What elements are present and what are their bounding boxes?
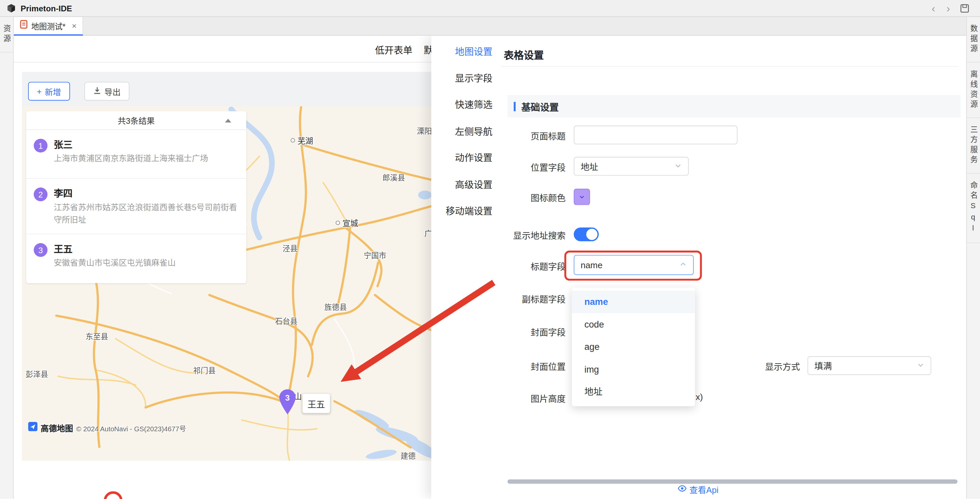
nav-item-display-fields[interactable]: 显示字段	[431, 65, 501, 92]
nav-forward-icon[interactable]: ›	[941, 0, 956, 16]
chevron-up-icon	[679, 260, 687, 270]
dropdown-option-img[interactable]: img	[572, 358, 695, 381]
map-label: 东至县	[86, 331, 108, 341]
rail-thirdparty-label: 三方服务	[968, 126, 978, 166]
settings-nav: 地图设置 显示字段 快速筛选 左侧导航 动作设置 高级设置 移动端设置	[431, 36, 501, 499]
rail-resources-label: 资源	[2, 24, 12, 44]
section-title: 基础设置	[521, 100, 559, 113]
tab-doc-icon	[20, 20, 27, 31]
map-label: 建德	[401, 450, 415, 461]
section-accent-bar	[514, 102, 516, 111]
nav-item-advanced-settings[interactable]: 高级设置	[431, 172, 501, 198]
location-field-select[interactable]: 地址	[574, 157, 689, 175]
address-search-label: 显示地址搜索	[501, 229, 566, 241]
title-field-dropdown: name code age img 地址	[572, 288, 695, 406]
title-field-value: name	[581, 260, 603, 270]
dropdown-option-code[interactable]: code	[572, 313, 695, 335]
rail-item-third-party[interactable]: 三方服务	[967, 118, 980, 174]
title-field-select[interactable]: name	[574, 255, 694, 275]
image-height-suffix: x)	[695, 392, 703, 402]
map-label: 石台县	[275, 315, 297, 326]
title-field-label: 标题字段	[501, 260, 566, 272]
map-label: 泾县	[283, 243, 298, 253]
amap-logo-icon	[28, 422, 37, 434]
menu-item-lowcode-form[interactable]: 低开表单	[375, 43, 412, 56]
add-button-label: 新增	[45, 86, 61, 97]
nav-item-quick-filter[interactable]: 快速筛选	[431, 92, 501, 118]
page-title: 表格设置	[504, 47, 544, 62]
rail-item-datasource[interactable]: 数据源	[967, 17, 980, 63]
page-title-input[interactable]	[574, 126, 738, 145]
dropdown-option-name[interactable]: name	[572, 291, 695, 313]
settings-drawer: 地图设置 显示字段 快速筛选 左侧导航 动作设置 高级设置 移动端设置 表格设置…	[431, 36, 966, 499]
map-marker-pin[interactable]: 3	[278, 389, 297, 417]
save-icon[interactable]	[956, 3, 974, 13]
item-address: 安徽省黄山市屯溪区屯光镇麻雀山	[54, 257, 239, 269]
icon-color-label: 图标颜色	[501, 191, 566, 203]
results-count-label: 共3条结果	[118, 114, 155, 126]
tab-label: 地图测试*	[31, 20, 66, 32]
rail-offline-label: 离线资源	[968, 70, 978, 110]
app-window: Primeton-IDE ‹ › 地图测试* × 资源 数据源 离线资源 三方服…	[0, 0, 980, 499]
chevron-down-icon	[917, 361, 924, 370]
list-item[interactable]: 2 李四 江苏省苏州市姑苏区沧浪街道西善长巷5号司前街看守所旧址	[26, 179, 247, 235]
item-name: 王五	[54, 242, 239, 257]
icon-color-picker[interactable]	[574, 189, 590, 205]
item-index-badge: 3	[34, 243, 48, 257]
collapse-icon[interactable]	[225, 119, 231, 122]
divider	[501, 67, 959, 67]
map-label: 旌德县	[324, 301, 347, 312]
amap-logo-text: 高德地图	[41, 422, 73, 434]
image-height-label: 图片高度	[501, 392, 566, 404]
rail-item-offline-resources[interactable]: 离线资源	[967, 62, 980, 118]
view-api-link[interactable]: 查看Api	[678, 483, 719, 495]
results-header[interactable]: 共3条结果	[26, 111, 247, 130]
nav-item-mobile-settings[interactable]: 移动端设置	[431, 198, 501, 225]
display-mode-value: 填满	[814, 359, 832, 372]
eye-icon	[678, 484, 687, 495]
item-index-badge: 1	[34, 139, 48, 153]
tab-strip: 地图测试* ×	[14, 17, 966, 36]
item-index-badge: 2	[34, 188, 48, 201]
nav-item-action-settings[interactable]: 动作设置	[431, 145, 501, 172]
rail-item-resources[interactable]: 资源	[0, 17, 13, 53]
map-label: 郎溪县	[383, 172, 405, 183]
tab-map-test[interactable]: 地图测试* ×	[14, 17, 83, 36]
tab-close-icon[interactable]: ×	[72, 21, 76, 30]
download-icon	[93, 86, 101, 96]
horizontal-scrollbar[interactable]	[508, 479, 957, 484]
add-button[interactable]: + 新增	[28, 82, 70, 100]
dropdown-option-age[interactable]: age	[572, 335, 695, 358]
app-logo-icon	[6, 3, 16, 13]
subtitle-field-label: 副标题字段	[501, 292, 566, 305]
page-title-field-label: 页面标题	[501, 129, 566, 142]
location-field-value: 地址	[581, 160, 598, 172]
display-mode-label: 显示方式	[735, 360, 800, 372]
display-mode-select[interactable]: 填满	[808, 356, 931, 375]
city-dot	[336, 221, 340, 225]
left-rail: 资源	[0, 17, 14, 499]
rail-item-named-sql[interactable]: 命名Sql	[967, 174, 980, 243]
export-button[interactable]: 导出	[84, 82, 129, 100]
map-label: 宁国市	[364, 249, 386, 260]
map-marker-label[interactable]: 王五	[302, 394, 330, 413]
map-label: 彭泽县	[26, 368, 48, 379]
address-search-toggle[interactable]	[574, 227, 599, 241]
list-item[interactable]: 3 王五 安徽省黄山市屯溪区屯光镇麻雀山	[26, 235, 247, 283]
item-name: 张三	[54, 137, 239, 153]
settings-content: 表格设置 基础设置 页面标题 位置字段 地址 图标颜色	[501, 36, 966, 499]
export-button-label: 导出	[104, 86, 121, 97]
rail-datasource-label: 数据源	[968, 24, 978, 54]
map-preview-panel: + 新增 导出	[22, 72, 436, 460]
map-label: 宣城	[342, 217, 358, 229]
app-title: Primeton-IDE	[21, 3, 72, 13]
nav-item-map-settings[interactable]: 地图设置	[431, 39, 501, 65]
item-address: 上海市黄浦区南京东路街道上海来福士广场	[54, 153, 239, 165]
nav-item-left-nav[interactable]: 左侧导航	[431, 118, 501, 145]
map-label: 芜湖	[298, 134, 313, 146]
rail-namedsql-label: 命名Sql	[968, 181, 978, 235]
dropdown-option-address[interactable]: 地址	[572, 381, 695, 403]
list-item[interactable]: 1 张三 上海市黄浦区南京东路街道上海来福士广场	[26, 130, 247, 179]
nav-back-icon[interactable]: ‹	[926, 0, 941, 16]
map-label: 祁门县	[193, 364, 215, 375]
